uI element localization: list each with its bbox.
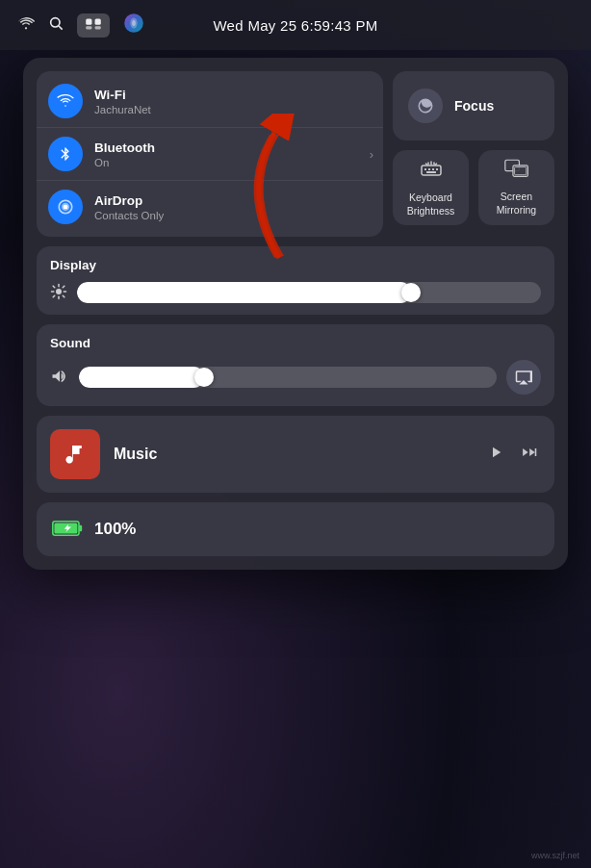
airdrop-icon-circle [48,190,83,224]
wifi-sub: JachuraNet [94,104,151,115]
airdrop-sub: Contacts Only [94,210,164,221]
airdrop-text: AirDrop Contacts Only [94,192,164,221]
svg-point-0 [51,18,60,27]
play-button[interactable] [487,443,504,467]
music-app-icon [50,429,100,479]
display-title: Display [50,258,541,272]
svg-line-32 [63,286,64,288]
top-row: Wi-Fi JachuraNet Bluetooth On › [37,71,554,237]
bottom-buttons: KeyboardBrightness ScreenMirroring [393,150,554,225]
bluetooth-icon-circle [48,137,83,171]
wifi-name: Wi-Fi [94,87,151,104]
wifi-icon-circle [48,84,83,118]
volume-icon [50,368,69,388]
brightness-fill [77,282,411,303]
brightness-slider-row [50,282,541,303]
svg-rect-14 [436,168,438,170]
watermark: www.szjf.net [531,851,579,860]
keyboard-brightness-label: KeyboardBrightness [407,191,455,217]
svg-rect-15 [426,171,436,173]
connectivity-block: Wi-Fi JachuraNet Bluetooth On › [37,71,383,237]
brightness-thumb [401,283,421,302]
battery-icon [52,516,83,543]
battery-section: 100% [37,502,554,556]
svg-rect-12 [428,168,430,170]
screen-mirroring-button[interactable]: ScreenMirroring [478,150,554,225]
control-center-panel: Wi-Fi JachuraNet Bluetooth On › [23,58,568,570]
svg-rect-34 [79,525,82,531]
menu-bar-left [17,13,144,38]
focus-label: Focus [454,98,494,114]
svg-rect-4 [86,26,91,29]
volume-slider[interactable] [79,367,497,388]
svg-line-19 [425,164,426,165]
bluetooth-item[interactable]: Bluetooth On › [37,128,383,181]
svg-point-8 [132,19,136,25]
wifi-text: Wi-Fi JachuraNet [94,87,151,115]
svg-point-24 [56,289,62,294]
volume-slider-row [50,360,541,395]
svg-rect-2 [86,18,91,24]
svg-line-1 [59,26,63,30]
keyboard-brightness-button[interactable]: KeyboardBrightness [393,150,469,225]
airplay-button[interactable] [506,360,541,395]
svg-rect-3 [95,18,101,24]
focus-moon-icon [408,89,443,123]
music-controls [487,443,541,467]
svg-line-31 [53,295,55,297]
fast-forward-button[interactable] [520,444,541,466]
menu-bar-datetime: Wed May 25 6:59:43 PM [213,17,377,34]
bluetooth-sub: On [94,157,155,168]
brightness-icon [50,283,67,303]
screen-mirroring-icon [504,159,529,186]
sound-section: Sound [37,324,554,406]
music-label: Music [114,446,474,463]
svg-rect-10 [422,166,441,175]
svg-line-27 [53,286,55,288]
airdrop-item[interactable]: AirDrop Contacts Only [37,181,383,233]
battery-percentage: 100% [94,520,136,539]
right-col: Focus [393,71,554,237]
display-section: Display [37,246,554,315]
sound-title: Sound [50,336,541,350]
svg-rect-11 [424,168,426,170]
focus-button[interactable]: Focus [393,71,554,140]
music-section: Music [37,416,554,493]
svg-rect-5 [95,26,101,29]
bluetooth-chevron: › [370,147,373,162]
keyboard-brightness-icon [420,158,443,187]
svg-rect-13 [432,168,434,170]
svg-line-28 [63,295,64,297]
siri-icon[interactable] [123,13,144,38]
control-center-icon[interactable] [77,13,110,38]
menu-bar: Wed May 25 6:59:43 PM [0,0,591,50]
svg-point-9 [64,205,68,210]
wifi-item[interactable]: Wi-Fi JachuraNet [37,75,383,128]
volume-thumb [194,368,214,387]
svg-line-20 [435,164,436,165]
airdrop-name: AirDrop [94,192,164,210]
screen-mirroring-label: ScreenMirroring [497,191,536,217]
volume-fill [79,367,204,388]
search-menu-icon[interactable] [48,15,64,35]
brightness-slider[interactable] [77,282,541,303]
bluetooth-name: Bluetooth [94,140,155,157]
bluetooth-text: Bluetooth On [94,140,155,168]
wifi-menu-icon [17,15,35,35]
